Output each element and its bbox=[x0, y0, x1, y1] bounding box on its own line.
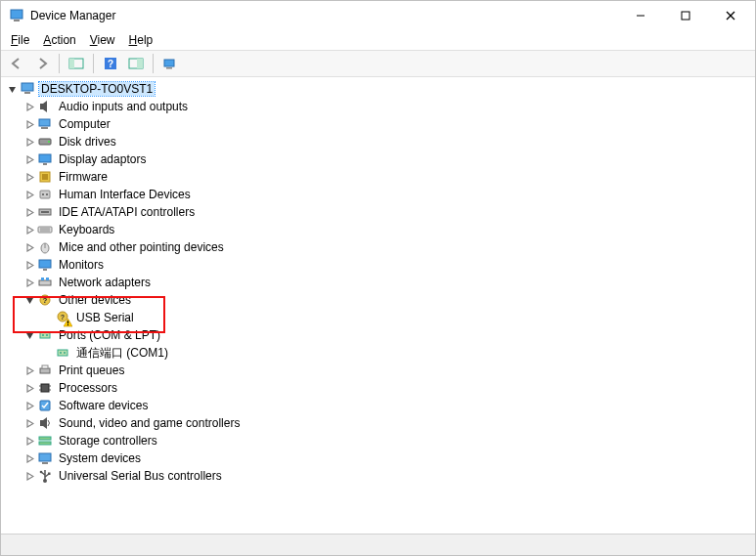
tree-node[interactable]: Mice and other pointing devices bbox=[1, 238, 755, 256]
menu-file[interactable]: File bbox=[5, 32, 35, 48]
expand-toggle[interactable] bbox=[22, 205, 36, 219]
tree-node-child[interactable]: 通信端口 (COM1) bbox=[1, 344, 755, 362]
tree-node-label: Other devices bbox=[57, 293, 133, 307]
toolbar-forward-button[interactable] bbox=[30, 53, 54, 74]
expand-toggle[interactable] bbox=[22, 100, 36, 113]
tree-node[interactable]: Audio inputs and outputs bbox=[1, 98, 755, 115]
maximize-button[interactable] bbox=[663, 1, 708, 30]
expand-toggle[interactable] bbox=[22, 117, 36, 131]
svg-rect-0 bbox=[11, 10, 22, 19]
svg-rect-39 bbox=[46, 278, 49, 280]
svg-rect-36 bbox=[43, 269, 47, 271]
tree-node[interactable]: Computer bbox=[1, 115, 755, 133]
expand-toggle[interactable] bbox=[22, 135, 36, 149]
svg-point-69 bbox=[40, 471, 43, 474]
sound-icon bbox=[37, 415, 53, 431]
menu-help[interactable]: Help bbox=[123, 32, 159, 48]
display-icon bbox=[37, 151, 53, 167]
tree-node[interactable]: Print queues bbox=[1, 362, 755, 379]
expand-toggle[interactable] bbox=[22, 276, 36, 289]
svg-point-51 bbox=[64, 352, 66, 354]
tree-node-label: DESKTOP-TO0VST1 bbox=[39, 82, 155, 96]
toolbar-showhide-button[interactable] bbox=[65, 53, 88, 74]
svg-rect-16 bbox=[40, 104, 43, 109]
expand-toggle[interactable] bbox=[22, 293, 36, 307]
expand-toggle[interactable] bbox=[5, 82, 19, 96]
svg-rect-38 bbox=[41, 278, 44, 280]
expand-toggle[interactable] bbox=[22, 258, 36, 272]
tree-node-label: Network adapters bbox=[57, 276, 153, 289]
expand-toggle[interactable] bbox=[22, 223, 36, 236]
tree-node-label: 通信端口 (COM1) bbox=[74, 345, 170, 362]
svg-point-20 bbox=[48, 141, 50, 143]
expand-toggle[interactable] bbox=[22, 170, 36, 184]
firmware-icon bbox=[37, 169, 53, 185]
svg-rect-44 bbox=[67, 321, 68, 323]
expand-toggle[interactable] bbox=[22, 188, 36, 201]
tree-node[interactable]: Storage controllers bbox=[1, 432, 755, 449]
svg-rect-52 bbox=[40, 368, 50, 373]
tree-node[interactable]: IDE ATA/ATAPI controllers bbox=[1, 203, 755, 221]
tree-node[interactable]: Firmware bbox=[1, 168, 755, 186]
expand-toggle[interactable] bbox=[22, 399, 36, 412]
expand-toggle[interactable] bbox=[22, 434, 36, 448]
svg-rect-30 bbox=[38, 227, 52, 233]
tree-node[interactable]: Network adapters bbox=[1, 274, 755, 291]
tree-root[interactable]: DESKTOP-TO0VST1 bbox=[1, 80, 755, 98]
tree-node-child[interactable]: ? USB Serial bbox=[1, 309, 755, 326]
tree-node[interactable]: Human Interface Devices bbox=[1, 186, 755, 203]
storage-icon bbox=[37, 433, 53, 449]
svg-rect-11 bbox=[137, 59, 143, 68]
tree-node[interactable]: Display adaptors bbox=[1, 150, 755, 168]
toolbar-back-button[interactable] bbox=[5, 53, 28, 74]
toolbar-properties-button[interactable] bbox=[124, 53, 148, 74]
menu-view[interactable]: View bbox=[84, 32, 121, 48]
expand-toggle[interactable] bbox=[22, 240, 36, 254]
tree-node[interactable]: System devices bbox=[1, 449, 755, 467]
svg-rect-35 bbox=[39, 260, 51, 268]
tree-node[interactable]: Sound, video and game controllers bbox=[1, 414, 755, 432]
expand-toggle[interactable] bbox=[22, 152, 36, 166]
tree-node[interactable]: Software devices bbox=[1, 397, 755, 414]
computer-icon bbox=[20, 81, 35, 97]
svg-rect-13 bbox=[166, 67, 172, 69]
expand-toggle[interactable] bbox=[22, 469, 36, 483]
tree-node-label: Universal Serial Bus controllers bbox=[57, 469, 224, 483]
tree-node-label: USB Serial bbox=[74, 311, 136, 324]
svg-rect-53 bbox=[42, 365, 48, 368]
toolbar-scan-button[interactable] bbox=[158, 53, 182, 74]
svg-rect-3 bbox=[682, 12, 689, 20]
tree-node[interactable]: Keyboards bbox=[1, 221, 755, 238]
tree-node[interactable]: Processors bbox=[1, 379, 755, 397]
expand-toggle[interactable] bbox=[22, 328, 36, 342]
expand-toggle[interactable] bbox=[22, 451, 36, 465]
tree-node-label: IDE ATA/ATAPI controllers bbox=[57, 205, 197, 219]
device-tree[interactable]: DESKTOP-TO0VST1 Audio inputs and outputs… bbox=[1, 78, 755, 533]
audio-icon bbox=[37, 99, 53, 114]
app-icon bbox=[9, 8, 24, 23]
expand-toggle[interactable] bbox=[22, 364, 36, 377]
expand-toggle[interactable] bbox=[22, 381, 36, 395]
svg-point-48 bbox=[46, 334, 48, 336]
tree-node[interactable]: Disk drives bbox=[1, 133, 755, 150]
svg-point-26 bbox=[42, 193, 44, 195]
tree-node[interactable]: ? Other devices bbox=[1, 291, 755, 309]
minimize-button[interactable] bbox=[618, 1, 663, 30]
toolbar-separator bbox=[59, 54, 60, 73]
tree-node[interactable]: Universal Serial Bus controllers bbox=[1, 467, 755, 485]
svg-rect-64 bbox=[42, 462, 48, 464]
svg-rect-12 bbox=[164, 60, 174, 66]
svg-rect-24 bbox=[42, 174, 48, 180]
expand-toggle[interactable] bbox=[22, 416, 36, 430]
svg-rect-70 bbox=[48, 473, 51, 476]
svg-rect-54 bbox=[41, 384, 49, 392]
tree-node[interactable]: Ports (COM & LPT) bbox=[1, 326, 755, 344]
monitor-icon bbox=[37, 257, 53, 273]
statusbar bbox=[1, 534, 755, 555]
menu-action[interactable]: Action bbox=[37, 32, 81, 48]
tree-node[interactable]: Monitors bbox=[1, 256, 755, 274]
network-icon bbox=[37, 275, 53, 290]
toolbar-help-button[interactable]: ? bbox=[99, 53, 122, 74]
port-icon bbox=[55, 345, 70, 361]
close-button[interactable] bbox=[708, 1, 753, 30]
